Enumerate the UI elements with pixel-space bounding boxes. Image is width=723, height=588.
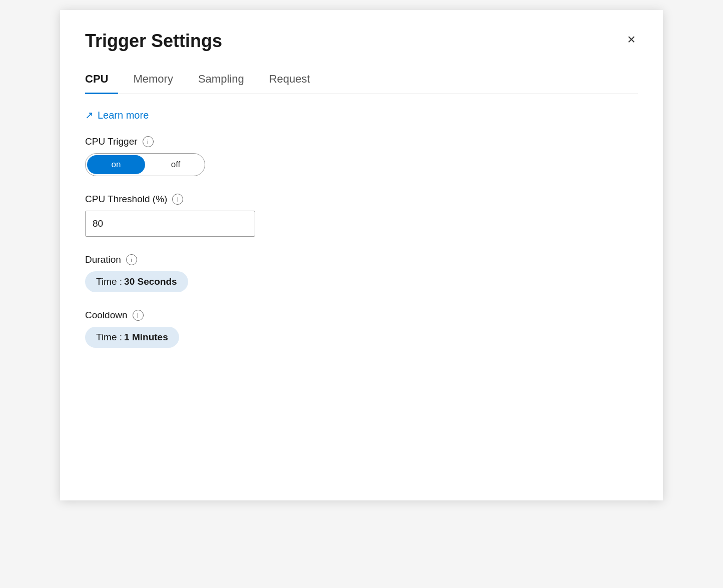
duration-time-prefix: Time :	[96, 276, 122, 287]
cooldown-info-icon[interactable]: i	[133, 310, 144, 321]
cooldown-time-value: 1 Minutes	[124, 332, 168, 343]
duration-label: Duration	[85, 254, 121, 265]
cpu-trigger-section: CPU Trigger i on off	[85, 136, 638, 176]
duration-label-row: Duration i	[85, 254, 638, 265]
cooldown-time-badge[interactable]: Time : 1 Minutes	[85, 327, 179, 348]
cooldown-section: Cooldown i Time : 1 Minutes	[85, 310, 638, 348]
learn-more-link[interactable]: ↗ Learn more	[85, 109, 638, 121]
cpu-threshold-label-row: CPU Threshold (%) i	[85, 194, 638, 205]
learn-more-label: Learn more	[98, 110, 149, 121]
cpu-trigger-label: CPU Trigger	[85, 136, 138, 147]
cpu-trigger-info-icon[interactable]: i	[143, 136, 154, 147]
cpu-threshold-input[interactable]	[85, 211, 255, 237]
external-link-icon: ↗	[85, 109, 94, 121]
close-button[interactable]: ×	[625, 30, 638, 49]
tabs-container: CPU Memory Sampling Request	[85, 67, 638, 94]
toggle-on-option[interactable]: on	[87, 155, 145, 174]
cpu-threshold-info-icon[interactable]: i	[172, 194, 183, 205]
toggle-off-option[interactable]: off	[147, 156, 205, 174]
duration-time-badge[interactable]: Time : 30 Seconds	[85, 271, 188, 292]
cooldown-label-row: Cooldown i	[85, 310, 638, 321]
tab-request[interactable]: Request	[269, 67, 320, 94]
cpu-trigger-label-row: CPU Trigger i	[85, 136, 638, 147]
tab-memory[interactable]: Memory	[133, 67, 183, 94]
duration-info-icon[interactable]: i	[126, 254, 137, 265]
tab-sampling[interactable]: Sampling	[198, 67, 254, 94]
cooldown-label: Cooldown	[85, 310, 128, 321]
cpu-threshold-section: CPU Threshold (%) i	[85, 194, 638, 237]
duration-time-value: 30 Seconds	[124, 276, 177, 287]
dialog-title: Trigger Settings	[85, 30, 222, 52]
cpu-trigger-toggle[interactable]: on off	[85, 153, 205, 176]
cpu-threshold-label: CPU Threshold (%)	[85, 194, 167, 205]
trigger-settings-dialog: Trigger Settings × CPU Memory Sampling R…	[60, 10, 663, 500]
tab-cpu[interactable]: CPU	[85, 67, 118, 94]
duration-section: Duration i Time : 30 Seconds	[85, 254, 638, 292]
dialog-header: Trigger Settings ×	[85, 30, 638, 52]
cooldown-time-prefix: Time :	[96, 332, 122, 343]
